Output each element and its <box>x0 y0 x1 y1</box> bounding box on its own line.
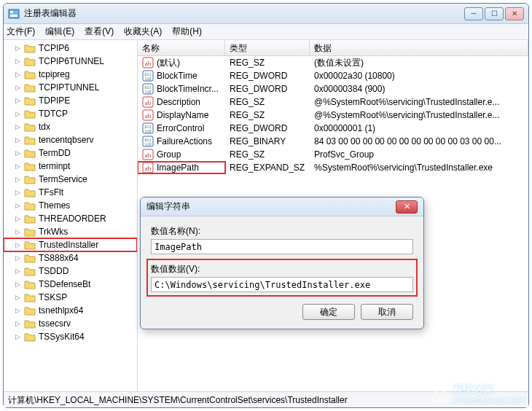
menu-file[interactable]: 文件(F) <box>7 26 35 38</box>
value-name: Group <box>157 149 181 160</box>
value-name-input[interactable] <box>151 239 413 254</box>
value-name-label: 数值名称(N): <box>151 225 413 238</box>
menu-help[interactable]: 帮助(H) <box>172 26 202 38</box>
expand-arrow-icon[interactable]: ▷ <box>14 84 21 91</box>
value-row[interactable]: ErrorControlREG_DWORD0x00000001 (1) <box>138 122 528 135</box>
value-row[interactable]: DescriptionREG_SZ@%SystemRoot%\servicing… <box>138 95 528 109</box>
tree-item[interactable]: ▷tencentqbserv <box>4 133 137 146</box>
menu-view[interactable]: 查看(V) <box>85 26 114 38</box>
folder-icon <box>24 214 36 224</box>
expand-arrow-icon[interactable]: ▷ <box>14 149 21 157</box>
tree-item[interactable]: ▷TFsFlt <box>4 186 137 199</box>
tree-item[interactable]: ▷TCPIP6TUNNEL <box>4 55 137 68</box>
expand-arrow-icon[interactable]: ▷ <box>14 202 21 209</box>
tree-item[interactable]: ▷TCPIPTUNNEL <box>4 81 137 94</box>
window-title: 注册表编辑器 <box>24 7 464 20</box>
tree-item[interactable]: ▷TDTCP <box>4 107 137 120</box>
expand-arrow-icon[interactable]: ▷ <box>14 58 21 65</box>
expand-arrow-icon[interactable]: ▷ <box>14 228 21 235</box>
expand-arrow-icon[interactable]: ▷ <box>14 254 21 262</box>
list-header: 名称 类型 数据 <box>138 40 528 56</box>
tree-item[interactable]: ▷tsnethlpx64 <box>4 304 137 317</box>
dialog-titlebar[interactable]: 编辑字符串 ✕ <box>141 197 423 216</box>
value-type: REG_DWORD <box>225 123 310 133</box>
tree-item[interactable]: ▷TDPIPE <box>4 94 137 107</box>
menu-edit[interactable]: 编辑(E) <box>45 26 74 38</box>
expand-arrow-icon[interactable]: ▷ <box>14 123 21 130</box>
expand-arrow-icon[interactable]: ▷ <box>14 176 21 183</box>
expand-arrow-icon[interactable]: ▷ <box>14 333 21 340</box>
value-row[interactable]: DisplayNameREG_SZ@%SystemRoot%\servicing… <box>138 109 528 122</box>
expand-arrow-icon[interactable]: ▷ <box>14 241 21 248</box>
tree-item[interactable]: ▷tcpipreg <box>4 68 137 81</box>
expand-arrow-icon[interactable]: ▷ <box>14 110 21 117</box>
dialog-body: 数值名称(N): 数值数据(V): 确定 取消 <box>141 216 423 329</box>
dialog-close-button[interactable]: ✕ <box>396 200 418 214</box>
tree-item[interactable]: ▷TSDDD <box>4 265 137 278</box>
binary-value-icon <box>142 83 154 95</box>
tree-item[interactable]: ▷TrustedInstaller <box>4 238 137 251</box>
expand-arrow-icon[interactable]: ▷ <box>14 136 21 144</box>
folder-icon <box>24 200 36 211</box>
folder-icon <box>24 95 36 106</box>
cancel-button[interactable]: 取消 <box>361 304 413 320</box>
expand-arrow-icon[interactable]: ▷ <box>14 320 21 327</box>
expand-arrow-icon[interactable]: ▷ <box>14 281 21 288</box>
tree-item[interactable]: ▷TSKSP <box>4 291 137 304</box>
value-data-input[interactable] <box>151 277 413 292</box>
tree-item-label: TDTCP <box>39 109 68 119</box>
tree-item[interactable]: ▷tdx <box>4 120 137 133</box>
ok-button[interactable]: 确定 <box>302 304 355 320</box>
expand-arrow-icon[interactable]: ▷ <box>14 44 21 52</box>
folder-icon <box>24 187 36 197</box>
tree-item[interactable]: ▷TS888x64 <box>4 251 137 265</box>
expand-arrow-icon[interactable]: ▷ <box>14 189 21 196</box>
tree-item[interactable]: ▷TSSysKit64 <box>4 330 137 343</box>
tree-item[interactable]: ▷Themes <box>4 199 137 212</box>
value-row[interactable]: (默认)REG_SZ(数值未设置) <box>138 56 528 69</box>
folder-icon <box>24 148 36 158</box>
value-name: (默认) <box>157 57 180 69</box>
value-row[interactable]: FailureActionsREG_BINARY84 03 00 00 00 0… <box>138 135 528 148</box>
value-data-label: 数值数据(V): <box>151 263 413 275</box>
col-header-data[interactable]: 数据 <box>310 40 528 55</box>
tree-item-label: tsnethlpx64 <box>39 305 83 316</box>
tree-item-label: TermDD <box>39 148 71 158</box>
menu-favorites[interactable]: 收藏夹(A) <box>124 26 162 38</box>
tree-pane[interactable]: ▷TCPIP6▷TCPIP6TUNNEL▷tcpipreg▷TCPIPTUNNE… <box>4 40 138 391</box>
tree-item[interactable]: ▷tssecsrv <box>4 317 137 330</box>
titlebar[interactable]: 注册表编辑器 ─ ☐ ✕ <box>4 4 528 24</box>
value-type: REG_DWORD <box>225 84 310 94</box>
binary-value-icon <box>142 70 154 82</box>
maximize-button[interactable]: ☐ <box>485 7 504 20</box>
expand-arrow-icon[interactable]: ▷ <box>14 163 21 170</box>
tree-item[interactable]: ▷TSDefenseBt <box>4 278 137 291</box>
value-name: Description <box>157 97 200 107</box>
tree-item[interactable]: ▷THREADORDER <box>4 212 137 225</box>
expand-arrow-icon[interactable]: ▷ <box>14 71 21 78</box>
tree-item[interactable]: ▷TCPIP6 <box>4 42 137 55</box>
expand-arrow-icon[interactable]: ▷ <box>14 294 21 301</box>
tree-item-label: TermService <box>39 174 87 184</box>
expand-arrow-icon[interactable]: ▷ <box>14 215 21 222</box>
folder-icon <box>24 109 36 119</box>
expand-arrow-icon[interactable]: ▷ <box>14 97 21 104</box>
tree-item[interactable]: ▷terminpt <box>4 160 137 173</box>
folder-icon <box>24 279 36 289</box>
value-row[interactable]: BlockTimeREG_DWORD0x00002a30 (10800) <box>138 69 528 82</box>
col-header-type[interactable]: 类型 <box>225 40 310 55</box>
value-row[interactable]: BlockTimeIncr...REG_DWORD0x00000384 (900… <box>138 82 528 95</box>
tree-item-label: THREADORDER <box>39 214 106 224</box>
tree-item[interactable]: ▷TermService <box>4 173 137 186</box>
expand-arrow-icon[interactable]: ▷ <box>14 267 21 275</box>
expand-arrow-icon[interactable]: ▷ <box>14 307 21 314</box>
tree-item[interactable]: ▷TrkWks <box>4 225 137 238</box>
value-row[interactable]: ImagePathREG_EXPAND_SZ%SystemRoot%\servi… <box>138 161 528 174</box>
tree-item[interactable]: ▷TermDD <box>4 146 137 160</box>
folder-icon <box>24 174 36 184</box>
string-value-icon <box>142 57 154 68</box>
minimize-button[interactable]: ─ <box>464 7 483 20</box>
value-row[interactable]: GroupREG_SZProfSvc_Group <box>138 148 528 161</box>
close-button[interactable]: ✕ <box>505 7 524 20</box>
col-header-name[interactable]: 名称 <box>138 40 225 55</box>
